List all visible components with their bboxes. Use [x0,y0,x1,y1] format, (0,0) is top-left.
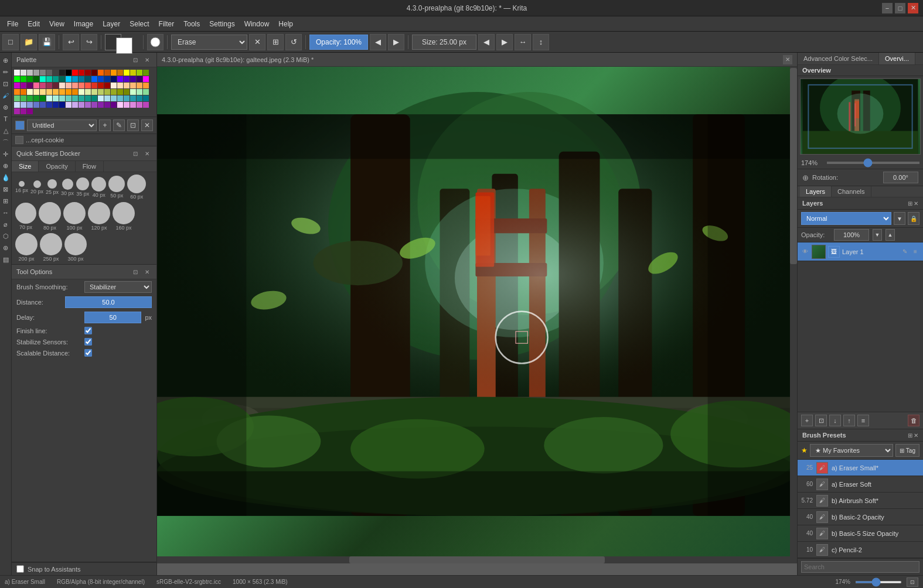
canvas-close-button[interactable]: ✕ [783,55,792,64]
color-swatch[interactable] [72,70,78,76]
qs-float-button[interactable]: ⊡ [131,149,140,158]
assistant-tool[interactable]: ⊞ [1,196,11,206]
color-swatch[interactable] [137,95,142,101]
menu-view[interactable]: View [45,19,69,29]
tab-overview[interactable]: Overvi... [879,53,915,64]
color-swatch[interactable] [40,95,46,101]
color-swatch[interactable] [130,70,136,76]
color-swatch[interactable] [143,89,149,95]
tab-layers[interactable]: Layers [800,186,832,197]
delay-input[interactable] [84,312,141,323]
color-swatch[interactable] [117,95,123,101]
qs-close-button[interactable]: ✕ [142,149,152,158]
color-swatch[interactable] [33,83,39,88]
color-swatch[interactable] [124,95,130,101]
smart-patch[interactable]: ⊛ [1,242,11,253]
layers-settings-button[interactable]: ⊞ [908,200,912,207]
color-swatch[interactable] [104,76,110,82]
color-swatch[interactable] [53,95,59,101]
stabilize-sensors-checkbox[interactable] [84,338,92,346]
brush-item[interactable]: 40🖌b) Basic-5 Size Opacity [798,525,923,542]
color-swatch[interactable] [85,70,91,76]
brush-size-item[interactable]: 60 px [127,175,146,200]
eyedropper-tool[interactable]: 💧 [1,172,11,183]
menu-layer[interactable]: Layer [98,19,125,29]
color-swatch[interactable] [143,83,149,88]
color-swatch[interactable] [111,102,117,108]
color-swatch[interactable] [91,76,97,82]
brush-item[interactable]: 10🖌c) Pencil-2 [798,542,923,558]
color-swatch[interactable] [59,102,65,108]
color-swatch[interactable] [130,95,136,101]
color-swatch[interactable] [46,95,52,101]
qs-tab-flow[interactable]: Flow [76,161,104,172]
color-swatch[interactable] [79,70,84,76]
color-swatch[interactable] [40,83,46,88]
brush-size-item[interactable]: 100 px [63,202,86,231]
zoom-fit-button[interactable]: ⊡ [907,577,918,587]
color-swatch[interactable] [72,95,78,101]
color-swatch[interactable] [59,83,65,88]
finish-line-checkbox[interactable] [84,327,92,334]
color-swatch[interactable] [130,83,136,88]
menu-filter[interactable]: Filter [154,19,179,29]
color-swatch[interactable] [33,102,39,108]
color-swatch[interactable] [53,76,59,82]
color-swatch[interactable] [14,76,20,82]
color-swatch[interactable] [46,83,52,88]
color-swatch[interactable] [143,95,149,101]
color-swatch[interactable] [66,95,71,101]
color-swatch[interactable] [79,95,84,101]
brush-size-item[interactable]: 160 px [113,202,135,231]
opacity-display[interactable]: Opacity: 100% [309,35,368,50]
color-swatch[interactable] [124,83,130,88]
color-swatch[interactable] [130,102,136,108]
layer-lock-button[interactable]: 🔒 [908,212,919,225]
layer-menu-button[interactable]: ≡ [911,248,919,256]
color-swatch[interactable] [53,83,59,88]
select-rect-tool[interactable]: ⊡ [1,78,11,89]
opacity-down[interactable]: ◀ [370,34,386,50]
color-swatch[interactable] [104,89,110,95]
layer-item[interactable]: 👁 🖼 Layer 1 ✎ ≡ [798,242,923,261]
color-swatch[interactable] [27,83,33,88]
color-swatch[interactable] [79,76,84,82]
brush-size-item[interactable]: 70 px [15,203,36,230]
background-color[interactable] [116,37,132,54]
brush-size-item[interactable]: 20 px [30,180,43,194]
color-swatch[interactable] [33,89,39,95]
brush-size-item[interactable]: 40 px [91,177,106,198]
color-swatch[interactable] [98,89,104,95]
copy-layer-button[interactable]: ⊡ [127,119,139,131]
brush-size-item[interactable]: 300 px [64,233,87,262]
color-swatch[interactable] [33,70,39,76]
brush-presets-settings-btn[interactable]: ⊞ [908,432,912,439]
brush-item[interactable]: 60🖌a) Eraser Soft [798,476,923,493]
color-swatch[interactable] [27,70,33,76]
color-swatch[interactable] [137,76,142,82]
brush-size-item[interactable]: 120 px [88,202,110,231]
color-swatch[interactable] [130,89,136,95]
color-swatch[interactable] [91,83,97,88]
color-swatch[interactable] [59,95,65,101]
color-swatch[interactable] [91,70,97,76]
menu-file[interactable]: File [2,19,23,29]
color-swatch[interactable] [14,70,20,76]
move-layer-down-btn[interactable]: ↓ [829,415,841,426]
fill-tool[interactable]: ⊛ [1,102,11,112]
color-swatch[interactable] [98,76,104,82]
color-swatch[interactable] [53,89,59,95]
color-swatch[interactable] [79,83,84,88]
color-swatch[interactable] [14,89,20,95]
contiguous-select[interactable]: ⬡ [1,231,11,241]
color-swatch[interactable] [137,70,142,76]
brush-size-item[interactable]: 35 px [76,177,89,197]
color-swatch[interactable] [124,102,130,108]
layer-edit-button[interactable]: ✎ [901,248,909,256]
brush-size-item[interactable]: 50 px [108,176,125,199]
color-swatch[interactable] [53,102,59,108]
menu-window[interactable]: Window [240,19,274,29]
brush-size-item[interactable]: 250 px [40,233,62,262]
refresh-button[interactable]: ↺ [285,34,302,50]
color-swatch[interactable] [85,76,91,82]
